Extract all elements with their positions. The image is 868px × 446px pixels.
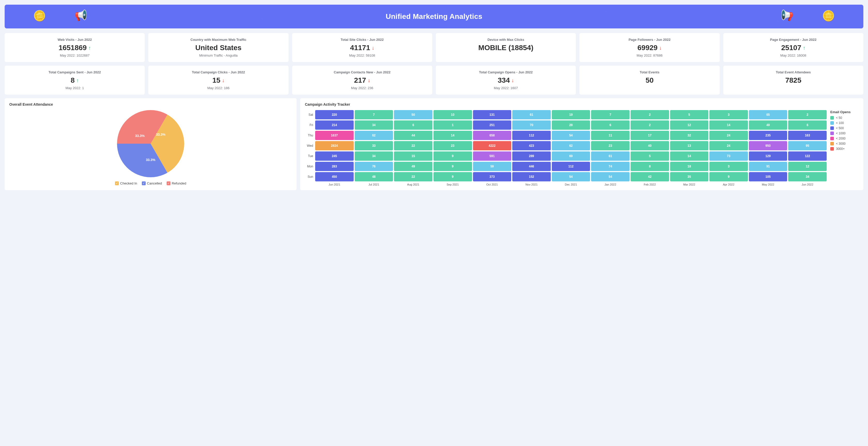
- heatmap-cell[interactable]: 214: [315, 120, 354, 130]
- legend-item[interactable]: ✓Checked In: [115, 181, 137, 185]
- heatmap-cell[interactable]: 6: [591, 120, 629, 130]
- heatmap-cell[interactable]: 2: [630, 120, 669, 130]
- heatmap-cell[interactable]: 122: [788, 151, 827, 161]
- heatmap-cell[interactable]: 1637: [315, 131, 354, 140]
- heatmap-cell[interactable]: 62: [552, 141, 590, 150]
- legend-item[interactable]: < 2000: [830, 137, 859, 140]
- heatmap-cell[interactable]: 34: [355, 120, 393, 130]
- legend-item[interactable]: < 500: [830, 126, 859, 130]
- heatmap-cell[interactable]: 10: [433, 110, 472, 119]
- heatmap-cell[interactable]: 61: [512, 110, 551, 119]
- heatmap-cell[interactable]: 450: [315, 172, 354, 181]
- heatmap-cell[interactable]: 4222: [473, 141, 512, 150]
- heatmap-cell[interactable]: 69: [552, 151, 590, 161]
- heatmap-cell[interactable]: 423: [512, 141, 551, 150]
- heatmap-cell[interactable]: 3: [709, 110, 748, 119]
- heatmap-cell[interactable]: 6: [394, 120, 432, 130]
- heatmap-cell[interactable]: 112: [552, 162, 590, 171]
- heatmap-cell[interactable]: 42: [630, 172, 669, 181]
- heatmap-cell[interactable]: 95: [788, 141, 827, 150]
- legend-item[interactable]: ✓Cancelled: [142, 181, 162, 185]
- heatmap-cell[interactable]: 50: [394, 110, 432, 119]
- heatmap-cell[interactable]: 9: [433, 172, 472, 181]
- heatmap-cell[interactable]: 49: [749, 120, 787, 130]
- heatmap-cell[interactable]: 6: [788, 120, 827, 130]
- heatmap-cell[interactable]: 54: [552, 172, 590, 181]
- heatmap-cell[interactable]: 245: [315, 151, 354, 161]
- heatmap-cell[interactable]: 14: [670, 151, 709, 161]
- heatmap-cell[interactable]: 35: [670, 172, 709, 181]
- heatmap-cell[interactable]: 220: [315, 110, 354, 119]
- heatmap-cell[interactable]: 28: [552, 120, 590, 130]
- heatmap-cell[interactable]: 5: [670, 110, 709, 119]
- heatmap-cell[interactable]: 32: [670, 131, 709, 140]
- heatmap-cell[interactable]: 74: [591, 162, 629, 171]
- heatmap-cell[interactable]: 59: [473, 162, 512, 171]
- heatmap-cell[interactable]: 15: [394, 151, 432, 161]
- heatmap-cell[interactable]: 12: [788, 162, 827, 171]
- heatmap-cell[interactable]: 1: [433, 120, 472, 130]
- heatmap-cell[interactable]: 73: [709, 151, 748, 161]
- heatmap-cell[interactable]: 14: [709, 120, 748, 130]
- heatmap-cell[interactable]: 129: [749, 151, 787, 161]
- heatmap-cell[interactable]: 34: [355, 151, 393, 161]
- heatmap-cell[interactable]: 235: [749, 131, 787, 140]
- heatmap-cell[interactable]: 62: [355, 131, 393, 140]
- heatmap-cell[interactable]: 13: [670, 141, 709, 150]
- heatmap-cell[interactable]: 19: [552, 110, 590, 119]
- heatmap-cell[interactable]: 373: [473, 172, 512, 181]
- heatmap-cell[interactable]: 289: [512, 151, 551, 161]
- heatmap-cell[interactable]: 22: [394, 172, 432, 181]
- heatmap-cell[interactable]: 112: [512, 131, 551, 140]
- heatmap-cell[interactable]: 24: [709, 141, 748, 150]
- heatmap-cell[interactable]: 23: [591, 141, 629, 150]
- legend-item[interactable]: < 3000: [830, 142, 859, 146]
- heatmap-cell[interactable]: 24: [709, 131, 748, 140]
- heatmap-cell[interactable]: 5: [630, 151, 669, 161]
- heatmap-cell[interactable]: 23: [433, 141, 472, 150]
- heatmap-cell[interactable]: 2824: [315, 141, 354, 150]
- heatmap-cell[interactable]: 2: [630, 110, 669, 119]
- heatmap-cell[interactable]: 591: [473, 151, 512, 161]
- heatmap-cell[interactable]: 9: [433, 151, 472, 161]
- heatmap-cell[interactable]: 105: [749, 172, 787, 181]
- heatmap-cell[interactable]: 54: [591, 172, 629, 181]
- heatmap-cell[interactable]: 163: [788, 131, 827, 140]
- heatmap-cell[interactable]: 7: [591, 110, 629, 119]
- legend-item[interactable]: < 100: [830, 121, 859, 125]
- heatmap-cell[interactable]: 2: [788, 110, 827, 119]
- heatmap-cell[interactable]: 283: [315, 162, 354, 171]
- legend-item[interactable]: 3000+: [830, 147, 859, 151]
- heatmap-cell[interactable]: 11: [591, 131, 629, 140]
- heatmap-cell[interactable]: 40: [630, 141, 669, 150]
- heatmap-cell[interactable]: 33: [355, 141, 393, 150]
- heatmap-cell[interactable]: 950: [749, 141, 787, 150]
- heatmap-cell[interactable]: 9: [709, 172, 748, 181]
- legend-item[interactable]: < 1000: [830, 131, 859, 135]
- heatmap-cell[interactable]: 446: [512, 162, 551, 171]
- heatmap-cell[interactable]: 251: [473, 120, 512, 130]
- heatmap-cell[interactable]: 49: [394, 162, 432, 171]
- heatmap-cell[interactable]: 17: [630, 131, 669, 140]
- heatmap-cell[interactable]: 76: [355, 162, 393, 171]
- heatmap-cell[interactable]: 658: [473, 131, 512, 140]
- heatmap-cell[interactable]: 48: [355, 172, 393, 181]
- heatmap-cell[interactable]: 91: [749, 162, 787, 171]
- legend-item[interactable]: ✓Refunded: [167, 181, 186, 185]
- heatmap-cell[interactable]: 131: [473, 110, 512, 119]
- legend-item[interactable]: < 50: [830, 116, 859, 120]
- heatmap-cell[interactable]: 3: [709, 162, 748, 171]
- heatmap-cell[interactable]: 34: [788, 172, 827, 181]
- heatmap-cell[interactable]: 65: [749, 110, 787, 119]
- heatmap-cell[interactable]: 8: [630, 162, 669, 171]
- heatmap-cell[interactable]: 22: [394, 141, 432, 150]
- heatmap-cell[interactable]: 70: [512, 120, 551, 130]
- heatmap-cell[interactable]: 152: [512, 172, 551, 181]
- heatmap-cell[interactable]: 54: [552, 131, 590, 140]
- heatmap-cell[interactable]: 61: [591, 151, 629, 161]
- heatmap-cell[interactable]: 7: [355, 110, 393, 119]
- heatmap-cell[interactable]: 18: [670, 162, 709, 171]
- heatmap-cell[interactable]: 9: [433, 162, 472, 171]
- heatmap-cell[interactable]: 12: [670, 120, 709, 130]
- heatmap-cell[interactable]: 14: [433, 131, 472, 140]
